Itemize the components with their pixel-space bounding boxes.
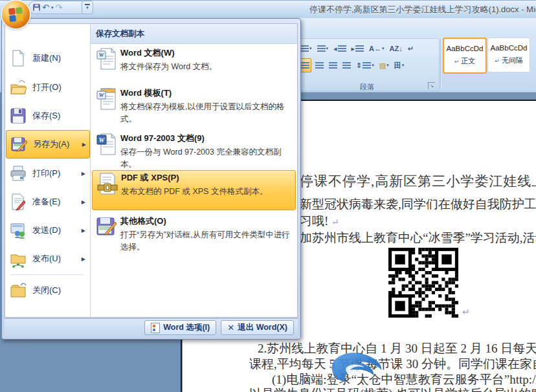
justify-icon xyxy=(342,62,351,69)
undo-icon[interactable]: ↶ xyxy=(42,3,49,12)
save-as-icon xyxy=(10,135,27,153)
menu-item-save-as[interactable]: 另存为(A) ▶ xyxy=(6,130,90,158)
new-document-icon xyxy=(10,49,27,67)
borders-button[interactable]: 田▾ xyxy=(393,59,406,72)
menu-item-print[interactable]: 打印(P) ▶ xyxy=(6,159,89,188)
menu-item-open[interactable]: 打开(O) xyxy=(6,73,89,102)
style-normal[interactable]: AaBbCcDd ↵ 正文 xyxy=(443,38,487,74)
window-title: 停课不停学,高新区第三小学娄江娃线上学习攻略(1).docx - Micr xyxy=(309,4,536,16)
sort-button[interactable]: AZ↓ xyxy=(388,42,404,55)
chevron-down-icon: ▾ xyxy=(402,63,405,68)
doc-title-line: 停课不停学,高新区第三小学娄江娃线上学 xyxy=(300,172,536,190)
decrease-indent-button[interactable]: ◂ xyxy=(332,42,348,55)
watermark-swirl-logo xyxy=(327,348,385,386)
doc-body-line: 课程,平均每天 5 节课,每节课 30 分钟。同学们课在家自主观看。登 xyxy=(249,356,536,373)
style-name-label: ↵ 无间隔 xyxy=(488,56,530,65)
paragraph-mark-icon: ↵ xyxy=(495,58,500,64)
align-left-icon xyxy=(301,62,309,69)
menu-item-close[interactable]: 关闭(C) xyxy=(6,276,89,305)
page-left-edge xyxy=(181,338,182,392)
other-formats-icon xyxy=(96,215,118,239)
style-sample-text: AaBbCcDd xyxy=(444,45,486,52)
submenu-item-pdf-xps[interactable]: PDF 或 XPS(P) 发布文档的 PDF 或 XPS 文件格式副本。 xyxy=(92,170,296,210)
pdf-xps-icon xyxy=(96,172,118,195)
chevron-down-icon: ▾ xyxy=(386,63,389,68)
exit-word-button[interactable]: ✕ 退出 Word(X) xyxy=(221,320,294,335)
close-x-icon: ✕ xyxy=(227,323,234,332)
chevron-down-icon: ▾ xyxy=(82,5,93,10)
chevron-down-icon: ▾ xyxy=(309,46,312,51)
office-logo-icon xyxy=(8,7,23,22)
word-application-window: 停课不停学,高新区第三小学娄江娃线上学 新型冠状病毒来袭,同学们在做好自我防护工… xyxy=(0,0,536,392)
doc-body-line: 2.苏州线上教育中心自 1 月 30 日起至 2 月 16 日每天提供小学一至 xyxy=(258,340,536,357)
menu-item-publish[interactable]: 发布(U) ▶ xyxy=(6,245,89,273)
submenu-item-word-document[interactable]: W Word 文档(W) 将文件保存为 Word 文档。 xyxy=(92,46,296,73)
decrease-indent-icon: ◂ xyxy=(333,45,337,52)
doc-body-line: 加苏州市线上教育中心“冰雪季”学习活动,活动详情扫描二 xyxy=(300,230,536,246)
indent-bars-icon xyxy=(338,45,346,52)
menu-separator xyxy=(10,274,84,275)
menu-item-save[interactable]: 保存(S) xyxy=(6,102,89,130)
svg-text:W: W xyxy=(98,92,104,98)
page-top-edge xyxy=(295,100,536,101)
shading-icon: ▨ xyxy=(379,61,386,69)
paragraph-mark: ↵ xyxy=(331,217,339,227)
submenu-item-word-template[interactable]: W Word 模板(T) 将文档保存为模板,以便用于设置以后文档的格式。 xyxy=(92,86,296,126)
increase-indent-button[interactable]: ▸ xyxy=(350,42,366,55)
svg-text:W: W xyxy=(99,136,106,144)
style-name-label: ↵ 正文 xyxy=(444,56,486,66)
save-icon[interactable] xyxy=(33,4,40,11)
style-sample-text: AaBbCcDd xyxy=(488,44,530,52)
send-icon xyxy=(10,221,27,239)
multilevel-list-icon xyxy=(317,45,326,52)
shading-button[interactable]: ▨▾ xyxy=(378,59,390,72)
sort-icon: AZ↓ xyxy=(390,45,403,52)
style-no-spacing[interactable]: AaBbCcDd ↵ 无间隔 xyxy=(487,38,530,72)
paragraph-mark-icon: ↵ xyxy=(454,58,460,65)
submenu-arrow-icon: ▶ xyxy=(82,171,85,177)
menu-item-send[interactable]: 发送(D) ▶ xyxy=(6,216,89,245)
multilevel-list-button[interactable]: ▾ xyxy=(316,42,330,55)
submenu-arrow-icon: ▶ xyxy=(82,228,85,234)
office-button[interactable] xyxy=(2,1,30,28)
chevron-down-icon: ▾ xyxy=(326,46,329,51)
numbered-list-icon xyxy=(300,45,309,52)
asian-layout-button[interactable]: A↔▾ xyxy=(368,42,385,55)
redo-icon[interactable]: ↷ xyxy=(55,3,62,12)
submenu-item-word-97-2003[interactable]: W Word 97-2003 文档(9) 保存一份与 Word 97-2003 … xyxy=(92,131,296,171)
group-label-strip: 段落 xyxy=(295,80,439,91)
submenu-header: 保存文档副本 xyxy=(91,24,297,44)
justify-button[interactable] xyxy=(341,59,352,72)
line-spacing-button[interactable]: ⇕▾ xyxy=(355,59,375,72)
quick-access-toolbar: ↶▾ ↷ xyxy=(28,1,88,14)
save-floppy-icon xyxy=(10,107,27,125)
open-folder-icon xyxy=(10,78,27,96)
numbered-list-button[interactable]: ▾ xyxy=(299,42,313,55)
chevron-down-icon: ▾ xyxy=(372,63,374,68)
menu-item-prepare[interactable]: 准备(E) ▶ xyxy=(6,188,89,216)
submenu-item-other-formats[interactable]: 其他格式(O) 打开“另存为”对话框,从所有可用文件类型中进行选择。 xyxy=(92,214,296,254)
group-separator xyxy=(440,39,441,88)
office-menu: 新建(N) 打开(O) 保存(S) 另存为(A) ▶ 打印(P) xyxy=(1,18,301,340)
align-center-button[interactable] xyxy=(314,59,325,72)
submenu-arrow-icon: ▶ xyxy=(82,142,86,147)
align-center-icon xyxy=(315,62,324,69)
paragraph-dialog-launcher[interactable]: ↘ xyxy=(428,82,435,89)
qr-code-image xyxy=(388,248,458,318)
show-hide-marks-button[interactable]: ↵ xyxy=(407,42,415,55)
prepare-icon xyxy=(10,193,27,211)
word-97-icon: W xyxy=(96,133,118,156)
customize-qat-button[interactable]: ▾ xyxy=(82,1,93,14)
align-right-button[interactable] xyxy=(328,59,339,72)
line-spacing-icon: ⇕ xyxy=(356,61,362,69)
paragraph-group: ▾ ▾ ◂ ▸ A↔▾ AZ↓ ↵ ⇕▾ ▨▾ 田▾ 段落 ↘ xyxy=(295,38,440,91)
undo-dropdown-icon[interactable]: ▾ xyxy=(51,5,54,10)
doc-body-line: 以是学生身份证号码(推荐),也可以是学校后台导出的账号,原始密码 xyxy=(249,386,536,392)
indent-bars-icon xyxy=(355,45,364,52)
borders-icon: 田 xyxy=(394,61,401,69)
line-spacing-bars-icon xyxy=(363,62,371,69)
print-icon xyxy=(10,164,27,182)
word-template-icon: W xyxy=(96,87,118,111)
word-options-button[interactable]: Word 选项(I) xyxy=(144,320,216,335)
menu-item-new[interactable]: 新建(N) xyxy=(6,44,89,72)
